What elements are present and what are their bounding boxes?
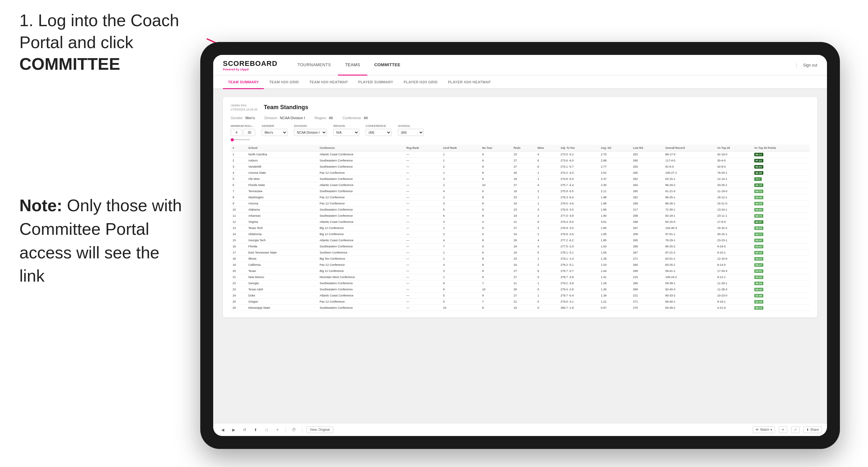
sub-nav-player-h2h-heatmap[interactable]: PLAYER H2H HEATMAP (443, 75, 496, 89)
cell-no-tour: 7 (480, 299, 512, 305)
cell-overall: 100-27-1 (663, 170, 715, 176)
cell-low: 221 (631, 292, 663, 299)
cell-school: Illinois (246, 256, 318, 262)
cell-vs25: 10-23-0 (715, 292, 752, 299)
cell-conf: Mountain West Conference (317, 274, 404, 280)
table-row: 4 Arizona State Pac-12 Conference — 1 8 … (231, 170, 809, 176)
cell-low: 267 (631, 225, 663, 231)
toolbar-view-original[interactable]: View: Original (306, 426, 333, 433)
cell-adj: 279.7 -0.4 (559, 292, 599, 299)
toolbar-reload-btn[interactable]: ↺ (240, 426, 249, 434)
cell-rank: 25 (231, 299, 246, 305)
cell-rnds: 24 (512, 200, 536, 207)
cell-rank: 22 (231, 280, 246, 286)
note-block: Note: Only those with Committee Portal a… (20, 194, 187, 288)
nav-tournaments[interactable]: TOURNAMENTS (290, 55, 338, 75)
toolbar-bookmark-btn[interactable]: □ (262, 426, 271, 434)
sign-out[interactable]: Sign out (796, 63, 817, 67)
cell-reg-rank: — (404, 280, 441, 286)
cell-pts: 62.98 (752, 292, 809, 299)
conference-select[interactable]: (All) (366, 129, 392, 136)
col-conference: Conference (317, 145, 404, 152)
cell-conf-rank: 3 (441, 200, 480, 207)
toolbar-forward-btn[interactable]: ▶ (229, 426, 238, 434)
step-prefix: 1. Log into the Coach Portal and click (20, 11, 179, 52)
sub-nav-team-summary[interactable]: TEAM SUMMARY (223, 75, 264, 89)
cell-pts: 58.94 (752, 225, 809, 231)
cell-reg-rank: — (404, 305, 441, 311)
cell-conf-rank: 2 (441, 164, 480, 170)
cell-vs25: 30-4-0 (715, 158, 752, 164)
cell-wins: 4 (536, 152, 559, 158)
cell-overall: 72-30-1 (663, 207, 715, 213)
cell-vs25: 11-19-0 (715, 188, 752, 194)
cell-low: 265 (631, 238, 663, 244)
cell-rank: 15 (231, 238, 246, 244)
cell-rank: 5 (231, 176, 246, 182)
toolbar-share[interactable]: ⬆ Share (803, 426, 822, 433)
gender-select[interactable]: Men's (262, 129, 287, 136)
cell-school: Texas Tech (246, 225, 318, 231)
cell-reg-rank: — (404, 213, 441, 219)
cell-overall: 66-40-1 (663, 299, 715, 305)
cell-conf: Big Ten Conference (317, 256, 404, 262)
sub-nav-player-summary[interactable]: PLAYER SUMMARY (353, 75, 399, 89)
cell-low: 267 (631, 250, 663, 256)
cell-low: 260 (631, 262, 663, 268)
nav-teams[interactable]: TEAMS (338, 55, 367, 75)
toolbar-fullscreen[interactable]: ⤢ (791, 426, 800, 433)
toolbar-annotate[interactable]: ✏ (779, 426, 787, 433)
sub-nav-player-h2h-grid[interactable]: PLAYER H2H GRID (398, 75, 442, 89)
filters-row: Gender: Men's Division: NCAA Division I … (231, 116, 809, 120)
cell-adj: 279.2 -3.8 (559, 280, 599, 286)
cell-school: East Tennessee State (246, 250, 318, 256)
slider-thumb[interactable] (231, 138, 234, 142)
cell-vs25: 23-23-1 (715, 238, 752, 244)
cell-adj: 276.9 -3.5 (559, 225, 599, 231)
cell-reg-rank: — (404, 244, 441, 250)
cell-conf: Southeastern Conference (317, 280, 404, 286)
control-region: Region N/A (333, 124, 359, 136)
cell-vs25: 23-11-1 (715, 213, 752, 219)
toolbar-plus-btn[interactable]: + (273, 426, 282, 434)
cell-school: Florida (246, 244, 318, 250)
table-row: 13 Texas Tech Big 12 Conference — 1 9 27… (231, 225, 809, 231)
sub-nav-team-h2h-heatmap[interactable]: TEAM H2H HEATMAP (304, 75, 353, 89)
cell-rank: 10 (231, 207, 246, 213)
cell-wins: 1 (536, 194, 559, 200)
division-select[interactable]: NCAA Division I (294, 129, 327, 136)
cell-conf: Southeastern Conference (317, 164, 404, 170)
cell-vs25: 17-9-0 (715, 219, 752, 225)
cell-rank: 2 (231, 158, 246, 164)
cell-rnds: 18 (512, 188, 536, 194)
cell-conf-rank: 1 (441, 256, 480, 262)
cell-vs25: 16-21-0 (715, 200, 752, 207)
cell-vs25: 9-19-1 (715, 299, 752, 305)
sub-nav-team-h2h-grid[interactable]: TEAM H2H GRID (264, 75, 304, 89)
nav-committee[interactable]: COMMITTEE (367, 55, 408, 75)
cell-conf: Southeastern Conference (317, 158, 404, 164)
card-title: Team Standings (264, 104, 309, 111)
min-rounds-min-input[interactable] (231, 129, 242, 136)
region-select[interactable]: N/A (333, 129, 359, 136)
cell-rnds: 27 (512, 274, 536, 280)
toolbar-back-btn[interactable]: ◀ (218, 426, 227, 434)
toolbar-clock-btn[interactable]: ⏱ (290, 426, 298, 434)
toolbar-watch[interactable]: 👁 Watch ▾ (753, 426, 775, 433)
cell-pts: 73.7 (752, 176, 809, 182)
cell-low: 269 (631, 268, 663, 274)
cell-adj: 276.3 -6.0 (559, 194, 599, 200)
school-select[interactable]: (All) (398, 129, 424, 136)
toolbar-share-btn2[interactable]: ⬆ (251, 426, 260, 434)
cell-rnds: 27 (512, 158, 536, 164)
cell-reg-rank: — (404, 231, 441, 238)
table-header-row: # School Conference Reg Rank Conf Rank N… (231, 145, 809, 152)
cell-reg-rank: — (404, 250, 441, 256)
table-row: 11 Arkansas Southeastern Conference — 6 … (231, 213, 809, 219)
cell-vs25: 13-24-1 (715, 207, 752, 213)
controls-row: Minimum Rou... Gender (231, 124, 809, 140)
min-rounds-max-input[interactable] (244, 129, 255, 136)
cell-wins: 1 (536, 200, 559, 207)
cell-rnds: 27 (512, 292, 536, 299)
cell-reg-rank: — (404, 238, 441, 244)
